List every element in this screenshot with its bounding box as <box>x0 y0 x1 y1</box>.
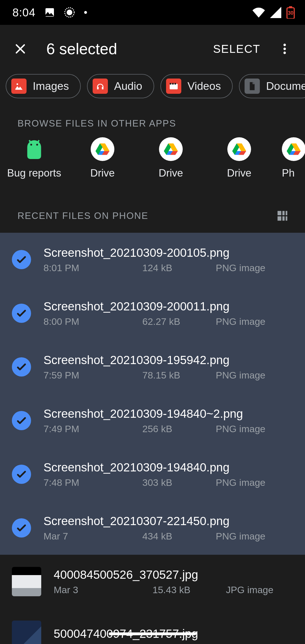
close-icon <box>14 42 27 56</box>
file-meta: 7:59 PM78.15 kBPNG image <box>43 370 291 381</box>
app-drive-3[interactable]: Drive <box>205 137 273 179</box>
svg-rect-23 <box>286 216 287 221</box>
file-meta: 8:00 PM62.27 kBPNG image <box>43 316 291 327</box>
dot-icon <box>84 10 88 14</box>
chip-images[interactable]: Images <box>6 74 81 98</box>
grid-view-button[interactable] <box>274 207 291 224</box>
recent-title-text: RECENT FILES ON PHONE <box>18 210 148 221</box>
drive-icon <box>91 137 114 161</box>
file-row[interactable]: Screenshot_20210309-195942.png7:59 PM78.… <box>0 340 305 394</box>
other-apps-row: Bug reports Drive Drive Drive Ph <box>0 137 305 190</box>
app-label: Drive <box>159 167 183 179</box>
app-bug-reports[interactable]: Bug reports <box>0 137 68 179</box>
svg-point-8 <box>284 52 286 54</box>
chip-label: Videos <box>188 80 221 92</box>
svg-point-3 <box>84 11 87 14</box>
selected-check-icon <box>12 465 31 484</box>
file-time: 7:49 PM <box>43 423 142 434</box>
file-size: 124 kB <box>142 262 216 273</box>
system-nav-bar <box>0 624 305 644</box>
file-name: 400084500526_370527.jpg <box>54 568 291 582</box>
file-thumbnail <box>12 567 41 596</box>
selected-check-icon <box>12 411 31 430</box>
file-name: Screenshot_20210309-194840.png <box>43 461 291 474</box>
svg-point-17 <box>36 144 38 145</box>
svg-point-9 <box>17 83 18 85</box>
section-title-recent: RECENT FILES ON PHONE <box>0 190 305 233</box>
file-size: 15.43 kB <box>152 584 226 595</box>
file-row[interactable]: 400084500526_370527.jpgMar 315.43 kBJPG … <box>0 555 305 608</box>
status-bar: 8:04 30 <box>0 0 305 25</box>
file-time: 7:48 PM <box>43 477 142 488</box>
file-meta: 7:48 PM303 kBPNG image <box>43 477 291 488</box>
svg-point-6 <box>284 44 286 46</box>
file-row[interactable]: Screenshot_20210309-200011.png8:00 PM62.… <box>0 286 305 340</box>
chip-documents[interactable]: Documen <box>239 74 305 98</box>
file-info: 400084500526_370527.jpgMar 315.43 kBJPG … <box>54 568 291 595</box>
app-label: Drive <box>90 167 115 179</box>
file-type: JPG image <box>226 584 291 595</box>
file-info: Screenshot_20210309-194840~2.png7:49 PM2… <box>43 407 291 434</box>
file-row[interactable]: Screenshot_20210309-194840.png7:48 PM303… <box>0 447 305 501</box>
file-name: Screenshot_20210309-195942.png <box>43 353 291 367</box>
app-photos-partial[interactable]: Ph <box>273 137 305 179</box>
overflow-menu-button[interactable] <box>272 36 297 61</box>
svg-rect-22 <box>282 216 285 221</box>
file-info: Screenshot_20210309-200011.png8:00 PM62.… <box>43 300 291 327</box>
file-type-chips: Images Audio Videos Documen <box>0 73 305 106</box>
chip-audio[interactable]: Audio <box>87 74 154 98</box>
close-button[interactable] <box>8 36 33 61</box>
app-drive-1[interactable]: Drive <box>68 137 137 179</box>
svg-rect-10 <box>169 84 177 90</box>
file-type: PNG image <box>216 531 291 542</box>
app-drive-2[interactable]: Drive <box>137 137 205 179</box>
selected-check-icon <box>12 518 31 538</box>
svg-rect-18 <box>278 211 281 215</box>
chip-label: Documen <box>266 80 305 92</box>
svg-rect-11 <box>169 83 171 85</box>
drive-icon <box>282 137 305 161</box>
selected-check-icon <box>12 357 31 377</box>
file-time: 7:59 PM <box>43 370 142 381</box>
file-size: 78.15 kB <box>142 370 216 381</box>
selected-check-icon <box>12 304 31 323</box>
svg-rect-12 <box>172 83 174 85</box>
file-info: Screenshot_20210309-200105.png8:01 PM124… <box>43 246 291 273</box>
chip-videos[interactable]: Videos <box>160 74 233 98</box>
drive-icon <box>227 137 251 161</box>
file-row[interactable]: Screenshot_20210309-200105.png8:01 PM124… <box>0 233 305 286</box>
file-type: PNG image <box>216 262 291 273</box>
grid-icon <box>276 209 289 222</box>
wifi-icon <box>252 7 265 18</box>
file-row[interactable]: Screenshot_20210307-221450.pngMar 7434 k… <box>0 501 305 555</box>
file-name: Screenshot_20210307-221450.png <box>43 514 291 528</box>
battery-badge: 30 <box>286 10 295 16</box>
images-icon <box>11 79 27 94</box>
file-name: Screenshot_20210309-200011.png <box>43 300 291 313</box>
select-button[interactable]: SELECT <box>210 43 264 55</box>
file-row[interactable]: Screenshot_20210309-194840~2.png7:49 PM2… <box>0 394 305 447</box>
chip-label: Audio <box>114 80 142 92</box>
file-info: Screenshot_20210309-194840.png7:48 PM303… <box>43 461 291 488</box>
app-label: Drive <box>227 167 251 179</box>
file-type: PNG image <box>216 477 291 488</box>
file-meta: Mar 7434 kBPNG image <box>43 531 291 542</box>
svg-point-7 <box>284 48 286 50</box>
file-time: 8:01 PM <box>43 262 142 273</box>
file-meta: Mar 315.43 kBJPG image <box>54 584 291 595</box>
file-name: Screenshot_20210309-194840~2.png <box>43 407 291 421</box>
android-icon <box>22 137 46 161</box>
app-label: Bug reports <box>7 167 61 179</box>
home-gesture-pill[interactable] <box>109 632 196 635</box>
svg-rect-20 <box>286 211 287 215</box>
svg-rect-13 <box>174 83 176 85</box>
file-meta: 8:01 PM124 kBPNG image <box>43 262 291 273</box>
app-label: Ph <box>282 167 295 179</box>
page-title: 6 selected <box>41 40 201 58</box>
svg-point-16 <box>30 144 32 145</box>
svg-point-2 <box>67 10 72 15</box>
recent-file-list: Screenshot_20210309-200105.png8:01 PM124… <box>0 233 305 644</box>
audio-icon <box>93 79 108 94</box>
file-type: PNG image <box>216 370 291 381</box>
file-type: PNG image <box>216 423 291 434</box>
